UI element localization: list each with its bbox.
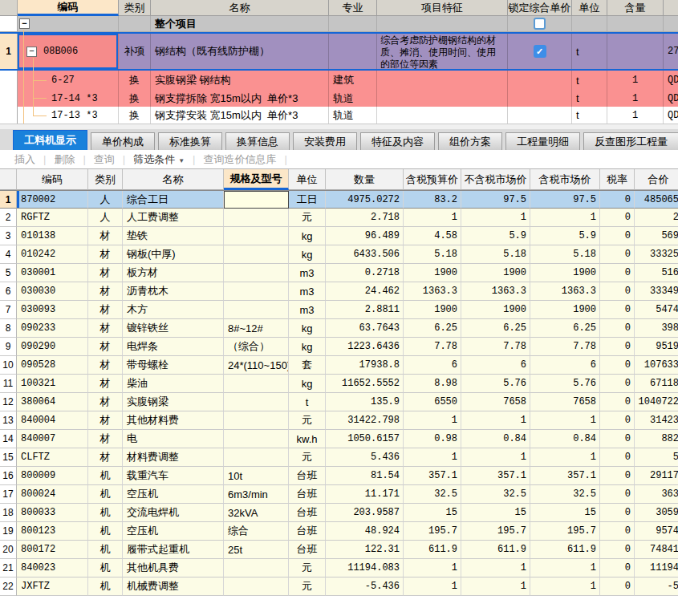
cell[interactable]: 7.78 [530,338,600,356]
cell[interactable]: 1 [404,578,461,596]
cell[interactable]: 人工费调整 [123,209,224,227]
cell[interactable]: 套 [289,356,326,375]
cell[interactable]: 1 [530,448,600,467]
cell[interactable]: 3059 [635,504,678,522]
cell[interactable]: 0 [600,448,635,467]
cell[interactable]: 材 [88,393,123,411]
cell[interactable]: 6m3/min [224,485,289,504]
cell[interactable]: 0 [600,541,635,559]
cell[interactable]: 6.25 [404,319,461,338]
cell[interactable]: 0 [600,467,635,485]
cell[interactable]: 柴油 [123,375,224,393]
cell[interactable]: 870002 [17,191,88,209]
cell[interactable]: 135.9 [326,393,404,411]
cell[interactable]: 1 [461,209,530,227]
cell[interactable]: 其他机具费 [123,559,224,578]
cell[interactable]: 67118 [635,375,678,393]
cell[interactable]: 11.171 [326,485,404,504]
cell[interactable]: 6.25 [530,319,600,338]
spec-edit-cell[interactable] [224,191,289,209]
collapse-icon[interactable]: − [26,47,37,57]
cell[interactable]: 元 [289,578,326,596]
cell[interactable]: 800172 [17,541,88,559]
cell[interactable]: m3 [289,301,326,319]
cell[interactable]: kg [289,245,326,264]
detail-header-10[interactable]: 税率 [600,169,635,190]
cell[interactable]: 0.84 [461,430,530,448]
cell[interactable]: 63.7643 [326,319,404,338]
top-header-code[interactable]: 编码 [18,0,119,16]
cell[interactable]: m3 [289,282,326,301]
cell[interactable]: 1 [530,209,600,227]
top-header-content[interactable]: 含量 [607,0,664,16]
cell[interactable]: 1 [530,559,600,578]
cell[interactable]: 5 [635,448,678,467]
top-header-unit[interactable]: 单位 [572,0,607,16]
cell[interactable]: RGFTZ [17,209,88,227]
cell[interactable]: 5.9 [530,227,600,245]
cell[interactable]: 380064 [17,393,88,411]
top-header-major[interactable]: 专业 [329,0,377,16]
cell[interactable]: 5.18 [404,245,461,264]
cell[interactable]: 台班 [289,522,326,541]
cell[interactable]: 6.25 [461,319,530,338]
cell[interactable]: 2.718 [326,209,404,227]
top-header-lock-price[interactable]: 锁定综合单价 [508,0,572,16]
cell[interactable]: 机 [88,467,123,485]
table-row[interactable]: 6030030材沥青枕木m324.4621363.31363.31363.303… [0,282,678,301]
cell[interactable]: 0 [600,209,635,227]
sub-code-cell[interactable]: 17-13 *3 [18,107,119,124]
table-row[interactable]: 15CLFTZ材材料费调整元5.43611105 [0,448,678,467]
sub-qty-cell[interactable]: QDL [664,71,678,90]
sub-unit-cell[interactable]: t [572,71,607,90]
cell[interactable]: 195.7 [404,522,461,541]
cell[interactable]: 9519 [635,338,678,356]
cell[interactable]: 镀锌铁丝 [123,319,224,338]
table-row[interactable]: 22JXFTZ机机械费调整元-5.4361110-5 [0,578,678,596]
cell[interactable]: 5.18 [461,245,530,264]
top-header-quantity[interactable]: 工程量 [664,0,678,16]
cell[interactable]: 钢板(中厚) [123,245,224,264]
cell[interactable]: 4.58 [404,227,461,245]
cell[interactable]: 24.462 [326,282,404,301]
cell[interactable]: 6 [530,356,600,375]
cell[interactable]: 机 [88,559,123,578]
table-row[interactable]: 14840007材电kw.h1050.61570.980.840.840882 [0,430,678,448]
sub-item-row[interactable]: 6-27 换 实腹钢梁 钢结构 建筑 t 1 QDL [0,71,678,90]
item-qty-cell[interactable]: 27 [664,34,678,69]
cell[interactable]: 木方 [123,301,224,319]
cell[interactable] [224,578,289,596]
item-code-cell[interactable]: − 08B006 [18,34,119,69]
cell[interactable]: 48.924 [326,522,404,541]
cell[interactable]: 357.1 [404,467,461,485]
cell[interactable]: 1363.3 [461,282,530,301]
cell[interactable]: 24*(110~150) [224,356,289,375]
cell[interactable]: 11652.5552 [326,375,404,393]
table-row[interactable]: 9090290材电焊条（综合）kg1223.64367.787.787.7809… [0,338,678,356]
table-row[interactable]: 4010242材钢板(中厚)kg6433.5065.185.185.180333… [0,245,678,264]
cell[interactable]: 32.5 [404,485,461,504]
cell[interactable]: 32.5 [530,485,600,504]
cell[interactable]: 97.5 [530,191,600,209]
cell[interactable]: 090233 [17,319,88,338]
detail-header-5[interactable]: 单位 [289,169,326,190]
table-row[interactable]: 19800123机空压机综合台班48.924195.7195.7195.7095… [0,522,678,541]
cell[interactable]: 8#~12# [224,319,289,338]
checkbox-checked-icon[interactable]: ✓ [534,45,546,58]
cell[interactable]: 840007 [17,430,88,448]
cell[interactable]: 带母螺栓 [123,356,224,375]
cell[interactable]: 材 [88,264,123,282]
detail-header-9[interactable]: 含税市场价 [530,169,600,190]
cell[interactable]: 0 [600,301,635,319]
cell[interactable]: 107633 [635,356,678,375]
cell[interactable]: 5.9 [461,227,530,245]
cell[interactable]: -5 [635,578,678,596]
cell[interactable]: 1363.3 [530,282,600,301]
sub-qty-cell[interactable]: QDL [664,90,678,107]
cell[interactable]: 800009 [17,467,88,485]
cell[interactable]: 0 [600,522,635,541]
cell[interactable]: -5.436 [326,578,404,596]
detail-header-2[interactable]: 类别 [88,169,123,190]
cell[interactable]: 090528 [17,356,88,375]
cell[interactable] [224,393,289,411]
